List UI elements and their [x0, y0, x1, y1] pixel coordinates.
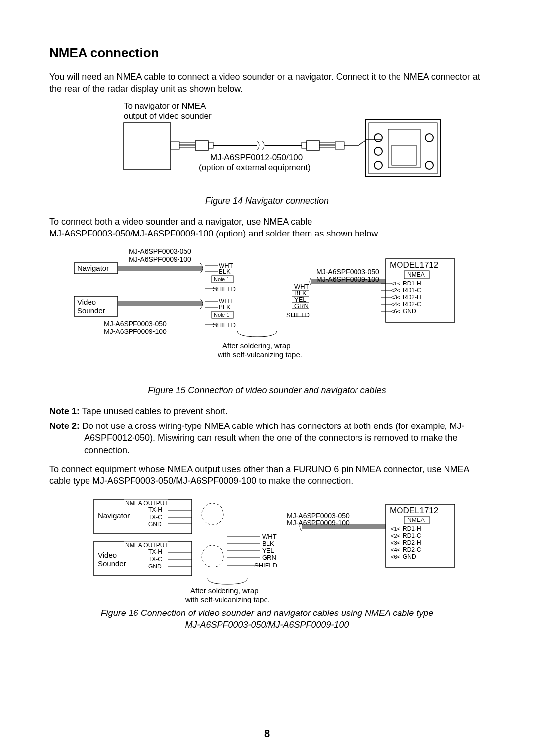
svg-text:<2<: <2<: [391, 287, 400, 293]
svg-text:MJ-A6SPF0003-050: MJ-A6SPF0003-050: [316, 268, 379, 276]
svg-text:with self-vulcanizing tape.: with self-vulcanizing tape.: [185, 595, 270, 603]
svg-text:GRN: GRN: [262, 554, 276, 561]
svg-text:SHIELD: SHIELD: [213, 321, 236, 329]
fig14-label-2: output of video sounder: [124, 111, 212, 121]
svg-text:BLK: BLK: [262, 540, 274, 547]
f15-vs2: Sounder: [77, 306, 105, 315]
svg-text:After soldering, wrap: After soldering, wrap: [190, 586, 259, 595]
svg-text:RD1-C: RD1-C: [403, 532, 421, 539]
svg-text:RD2-C: RD2-C: [403, 546, 421, 553]
svg-rect-24: [388, 129, 420, 168]
svg-text:GND: GND: [148, 563, 162, 570]
svg-text:RD2-H: RD2-H: [403, 294, 421, 301]
figure-16-caption-1: Figure 16 Connection of video sounder an…: [49, 607, 485, 619]
figure-16-caption-2: MJ-A6SPF0003-050/MJ-A6SPF0009-100: [49, 619, 485, 631]
svg-text:NMEA OUTPUT: NMEA OUTPUT: [125, 542, 168, 549]
svg-rect-10: [302, 142, 307, 148]
svg-text:RD1-C: RD1-C: [403, 287, 421, 294]
svg-text:Note 1: Note 1: [214, 312, 229, 318]
note-1: Note 1: Tape unused cables to prevent sh…: [49, 405, 485, 417]
svg-text:MODEL1712: MODEL1712: [390, 506, 438, 515]
svg-text:Navigator: Navigator: [98, 511, 130, 520]
f15-mj2: MJ-A6SPF0009-100: [129, 255, 191, 263]
svg-text:TX-H: TX-H: [148, 506, 162, 513]
svg-point-102: [202, 503, 223, 525]
svg-rect-27: [118, 301, 202, 306]
svg-text:BLK: BLK: [219, 303, 231, 311]
svg-text:<3<: <3<: [391, 540, 400, 546]
svg-text:MJ-A6SPF0009-100: MJ-A6SPF0009-100: [287, 519, 350, 527]
svg-text:BLK: BLK: [219, 268, 231, 275]
svg-point-23: [425, 161, 433, 169]
svg-text:TX-C: TX-C: [148, 556, 162, 563]
svg-point-20: [374, 147, 382, 155]
svg-text:<6<: <6<: [391, 554, 400, 560]
page-number: 8: [0, 726, 534, 741]
svg-text:YEL: YEL: [262, 547, 274, 554]
svg-rect-16: [335, 142, 344, 149]
svg-text:<2<: <2<: [391, 533, 400, 539]
svg-text:After soldering, wrap: After soldering, wrap: [222, 341, 291, 350]
para-3: To connect equipment whose NMEA output u…: [49, 463, 485, 487]
svg-text:WHT: WHT: [262, 533, 277, 540]
svg-rect-0: [124, 123, 171, 170]
svg-text:SHIELD: SHIELD: [213, 285, 236, 293]
svg-text:TX-H: TX-H: [148, 548, 162, 555]
svg-rect-25: [392, 145, 416, 165]
svg-point-103: [202, 545, 223, 567]
svg-text:with self-vulcanizing tape.: with self-vulcanizing tape.: [217, 350, 302, 359]
svg-rect-17: [366, 120, 440, 177]
figure-14-caption: Figure 14 Navigator connection: [49, 195, 485, 207]
svg-text:<4<: <4<: [391, 301, 400, 307]
f15-nav: Navigator: [77, 264, 109, 272]
svg-point-22: [425, 134, 433, 142]
svg-text:NMEA: NMEA: [407, 271, 425, 278]
para-2a: To connect both a video sounder and a na…: [49, 216, 485, 228]
svg-text:GND: GND: [403, 553, 416, 560]
figure-14-diagram: To navigator or NMEA output of video sou…: [89, 102, 445, 191]
svg-text:NMEA OUTPUT: NMEA OUTPUT: [125, 500, 168, 507]
svg-text:MJ-A6SPF0003-050: MJ-A6SPF0003-050: [104, 320, 167, 328]
f15-mj1: MJ-A6SPF0003-050: [129, 247, 191, 255]
svg-text:<6<: <6<: [391, 308, 400, 314]
svg-text:RD2-C: RD2-C: [403, 301, 421, 308]
f15-model: MODEL1712: [390, 260, 438, 270]
svg-text:<1<: <1<: [391, 526, 400, 532]
svg-text:MJ-A6SPF0003-050: MJ-A6SPF0003-050: [287, 512, 350, 520]
svg-text:SHIELD: SHIELD: [286, 311, 310, 319]
fig14-cable-2: (option of external equipment): [199, 163, 311, 172]
svg-text:Sounder: Sounder: [98, 559, 126, 567]
svg-text:RD1-H: RD1-H: [403, 525, 421, 532]
svg-text:MJ-A6SPF0009-100: MJ-A6SPF0009-100: [316, 275, 379, 283]
svg-rect-6: [195, 141, 208, 150]
figure-15-diagram: MJ-A6SPF0003-050 MJ-A6SPF0009-100 Naviga…: [64, 247, 470, 380]
f15-vs1: Video: [77, 298, 96, 306]
svg-rect-18: [369, 123, 437, 174]
svg-text:GND: GND: [148, 521, 162, 528]
svg-text:<3<: <3<: [391, 294, 400, 300]
figure-15-caption: Figure 15 Connection of video sounder an…: [49, 384, 485, 396]
svg-text:MJ-A6SPF0009-100: MJ-A6SPF0009-100: [104, 328, 167, 335]
svg-rect-11: [307, 141, 319, 150]
svg-text:Video: Video: [98, 551, 117, 559]
svg-rect-1: [171, 142, 179, 149]
svg-point-21: [374, 161, 382, 169]
section-heading: NMEA connection: [49, 45, 485, 62]
svg-text:GRN: GRN: [294, 302, 309, 310]
svg-point-19: [374, 134, 382, 142]
figure-16-diagram: NMEA OUTPUT Navigator TX-H TX-C GND NMEA…: [64, 494, 470, 603]
svg-text:Note 1: Note 1: [214, 276, 229, 282]
fig14-cable-1: MJ-A6SPF0012-050/100: [210, 153, 303, 162]
svg-rect-26: [118, 266, 202, 271]
note-2: Note 2: Do not use a cross wiring-type N…: [49, 420, 485, 456]
para-2b: MJ-A6SPF0003-050/MJ-A6SPF0009-100 (optio…: [49, 228, 485, 239]
svg-text:RD1-H: RD1-H: [403, 280, 421, 287]
svg-text:TX-C: TX-C: [148, 514, 162, 520]
svg-text:RD2-H: RD2-H: [403, 539, 421, 546]
svg-text:<1<: <1<: [391, 281, 400, 286]
svg-text:NMEA: NMEA: [407, 517, 425, 523]
fig14-label-1: To navigator or NMEA: [124, 102, 206, 111]
svg-rect-7: [208, 142, 213, 148]
svg-text:GND: GND: [403, 308, 416, 315]
intro-paragraph: You will need an NMEA cable to connect a…: [49, 71, 485, 95]
